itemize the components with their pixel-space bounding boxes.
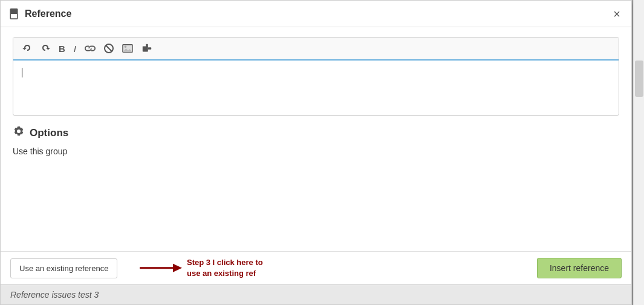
close-button[interactable]: ×	[610, 7, 624, 21]
bookmark-icon	[8, 8, 20, 20]
scrollbar-thumb	[635, 61, 643, 97]
scrollbar-track[interactable]	[633, 0, 644, 305]
plugin-button[interactable]	[138, 41, 155, 56]
redo-button[interactable]	[37, 42, 53, 55]
editor-toolbar: B I	[13, 38, 619, 61]
editor-container: B I	[13, 37, 619, 116]
annotation-area: Step 3 I click here to use an existing r…	[140, 257, 263, 279]
bottom-bar: Reference issues test 3	[1, 284, 631, 304]
bottom-bar-text: Reference issues test 3	[10, 290, 99, 300]
gear-icon	[13, 125, 25, 140]
svg-point-5	[125, 46, 127, 48]
block-button[interactable]	[101, 42, 117, 55]
dialog-body: B I	[1, 27, 631, 251]
link-button[interactable]	[82, 42, 99, 54]
reference-dialog: Reference × B I	[0, 0, 632, 305]
use-group-label: Use this group	[13, 146, 619, 156]
image-button[interactable]	[119, 42, 136, 55]
undo-button[interactable]	[19, 42, 35, 55]
step-annotation-text: Step 3 I click here to use an existing r…	[187, 257, 263, 279]
svg-rect-9	[148, 47, 151, 50]
svg-rect-1	[10, 8, 17, 13]
options-section: Options Use this group	[13, 125, 619, 156]
svg-rect-7	[143, 46, 148, 51]
editor-cursor	[22, 68, 22, 77]
italic-button[interactable]: I	[71, 42, 79, 56]
dialog-title-left: Reference	[8, 8, 71, 20]
use-existing-button[interactable]: Use an existing reference	[10, 258, 117, 278]
svg-line-3	[106, 45, 112, 51]
svg-marker-11	[173, 264, 182, 272]
options-header: Options	[13, 125, 619, 140]
svg-rect-8	[146, 44, 148, 47]
insert-reference-button[interactable]: Insert reference	[537, 258, 622, 278]
bold-button[interactable]: B	[56, 42, 68, 56]
editor-content[interactable]	[13, 61, 619, 115]
arrow-icon	[140, 259, 182, 277]
dialog-title: Reference	[25, 8, 71, 19]
dialog-footer: Use an existing reference Step 3 I click…	[1, 251, 631, 284]
options-title: Options	[30, 127, 68, 139]
dialog-titlebar: Reference ×	[1, 1, 631, 27]
